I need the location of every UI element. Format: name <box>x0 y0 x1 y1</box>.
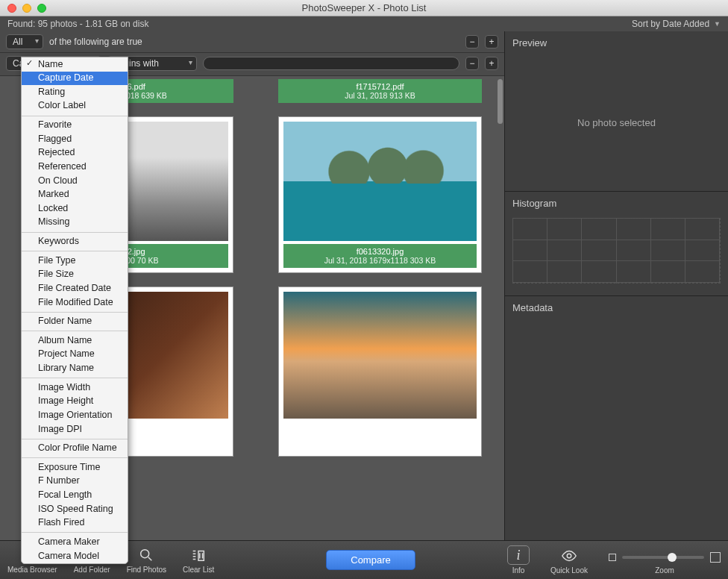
svg-point-0 <box>141 550 149 558</box>
histogram-grid <box>512 218 721 284</box>
svg-point-1 <box>567 554 571 558</box>
dropdown-item[interactable]: Missing <box>22 216 128 230</box>
filter-scope-row: All of the following are true − + <box>0 31 504 53</box>
dropdown-item[interactable]: Flagged <box>22 132 128 146</box>
traffic-lights <box>0 4 46 13</box>
dropdown-separator <box>22 251 128 251</box>
preview-empty-text: No photo selected <box>505 54 728 191</box>
dropdown-item[interactable]: Image Width <box>22 381 128 395</box>
filter-scope-select[interactable]: All <box>6 34 43 49</box>
dropdown-item[interactable]: Color Profile Name <box>22 442 128 456</box>
dropdown-item[interactable]: Referenced <box>22 160 128 174</box>
dropdown-item[interactable]: Rating <box>22 85 128 99</box>
sort-label: Sort by Date Added <box>632 19 709 29</box>
dropdown-item[interactable]: On Cloud <box>22 174 128 188</box>
add-condition-button[interactable]: + <box>485 57 498 70</box>
photo-thumbnail[interactable] <box>283 292 477 419</box>
dropdown-item[interactable]: Locked <box>22 201 128 216</box>
minimize-window-button[interactable] <box>22 4 31 13</box>
dropdown-item[interactable]: Keywords <box>22 235 128 249</box>
dropdown-item[interactable]: Rejected <box>22 146 128 160</box>
dropdown-item[interactable]: Album Name <box>22 334 128 348</box>
zoom-control: Zoom <box>609 552 721 575</box>
filter-scope-suffix: of the following are true <box>49 37 142 47</box>
dropdown-separator <box>22 457 128 458</box>
sort-dropdown[interactable]: Sort by Date Added ▼ <box>632 19 721 29</box>
dropdown-separator <box>22 532 128 533</box>
dropdown-item[interactable]: Flash Fired <box>22 516 128 531</box>
dropdown-item[interactable]: Name <box>22 57 128 72</box>
photo-filename: f1715712.pdf <box>281 82 479 91</box>
photo-card[interactable] <box>278 287 482 457</box>
info-icon: i <box>507 545 530 565</box>
dropdown-item[interactable]: File Size <box>22 268 128 282</box>
photo-filename: f0613320.jpg <box>286 247 474 256</box>
clear-list-button[interactable]: Clear List <box>183 546 214 574</box>
dropdown-item[interactable]: File Created Date <box>22 281 128 295</box>
titlebar: PhotoSweeper X - Photo List <box>0 0 728 16</box>
scrollbar-thumb[interactable] <box>498 79 503 124</box>
dropdown-item[interactable]: Exposure Time <box>22 460 128 475</box>
find-photos-button[interactable]: Find Photos <box>127 546 166 574</box>
remove-condition-button[interactable]: − <box>465 57 479 70</box>
photo-caption: f1715712.pdfJul 31, 2018 913 KB <box>278 79 482 103</box>
dropdown-item[interactable]: Library Name <box>22 362 128 376</box>
dropdown-separator <box>22 439 128 439</box>
photo-card[interactable]: f1715712.pdfJul 31, 2018 913 KB <box>278 76 482 103</box>
dropdown-item[interactable]: Project Name <box>22 348 128 362</box>
dropdown-item[interactable]: Focal Length <box>22 489 128 503</box>
dropdown-item[interactable]: File Type <box>22 254 128 268</box>
found-count: Found: 95 photos - 1.81 GB on disk <box>7 19 148 29</box>
zoom-window-button[interactable] <box>37 4 46 13</box>
dropdown-separator <box>22 232 128 233</box>
dropdown-item[interactable]: Favorite <box>22 119 128 133</box>
photo-thumbnail[interactable] <box>283 122 477 241</box>
dropdown-item[interactable]: File Modified Date <box>22 295 128 310</box>
dropdown-separator <box>22 378 128 378</box>
eye-icon <box>560 547 578 565</box>
dropdown-item[interactable]: Camera Lens Model <box>22 563 128 564</box>
dropdown-item[interactable]: Camera Model <box>22 549 128 563</box>
compare-button[interactable]: Compare <box>326 550 415 570</box>
dropdown-item[interactable]: Image Height <box>22 395 128 409</box>
quick-look-button[interactable]: Quick Look <box>550 547 588 575</box>
status-bar: Found: 95 photos - 1.81 GB on disk Sort … <box>0 16 728 31</box>
clear-list-icon <box>189 546 207 564</box>
metadata-heading: Metadata <box>505 296 728 319</box>
dropdown-separator <box>22 331 128 331</box>
dropdown-item[interactable]: Folder Name <box>22 315 128 329</box>
chevron-down-icon: ▼ <box>714 20 721 28</box>
zoom-slider[interactable] <box>622 556 704 559</box>
remove-rule-button[interactable]: − <box>465 35 479 48</box>
dropdown-separator <box>22 312 128 313</box>
dropdown-item[interactable]: ISO Speed Rating <box>22 502 128 516</box>
info-button[interactable]: i Info <box>507 545 530 575</box>
histogram-heading: Histogram <box>505 192 728 215</box>
zoom-small-icon[interactable] <box>609 554 616 561</box>
add-rule-button[interactable]: + <box>485 35 498 48</box>
filter-value-input[interactable] <box>203 57 459 70</box>
photo-caption: f0613320.jpgJul 31, 2018 1679x1118 303 K… <box>283 244 477 268</box>
dropdown-item[interactable]: Camera Maker <box>22 535 128 549</box>
dropdown-item[interactable]: Capture Date <box>22 72 128 86</box>
dropdown-item[interactable]: Color Label <box>22 99 128 113</box>
dropdown-separator <box>22 116 128 116</box>
window-title: PhotoSweeper X - Photo List <box>0 2 728 13</box>
photo-card[interactable]: f0613320.jpgJul 31, 2018 1679x1118 303 K… <box>278 116 482 273</box>
photo-meta: Jul 31, 2018 913 KB <box>281 91 479 100</box>
dropdown-item[interactable]: F Number <box>22 475 128 489</box>
zoom-slider-knob[interactable] <box>668 553 677 562</box>
dropdown-item[interactable]: Image Orientation <box>22 408 128 422</box>
close-window-button[interactable] <box>7 4 16 13</box>
preview-heading: Preview <box>505 31 728 54</box>
filter-field-dropdown[interactable]: NameCapture DateRatingColor LabelFavorit… <box>21 57 128 564</box>
dropdown-item[interactable]: Marked <box>22 188 128 202</box>
dropdown-item[interactable]: Image DPI <box>22 422 128 436</box>
photo-meta: Jul 31, 2018 1679x1118 303 KB <box>286 256 474 265</box>
inspector-panel: Preview No photo selected Histogram Meta… <box>504 31 728 540</box>
zoom-large-icon[interactable] <box>710 552 721 563</box>
search-icon <box>137 546 155 564</box>
